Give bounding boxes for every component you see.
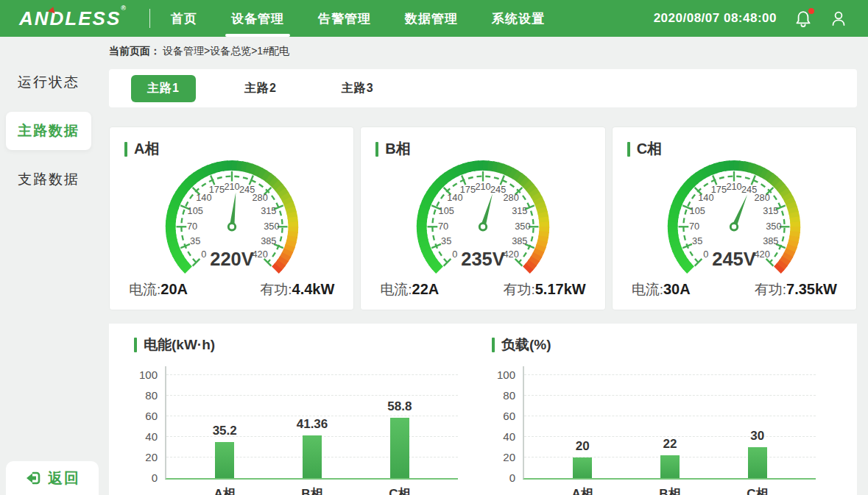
gridline xyxy=(524,416,816,416)
x-category-label: B相 xyxy=(301,485,322,495)
svg-text:35: 35 xyxy=(441,235,451,246)
svg-text:385: 385 xyxy=(512,235,527,246)
main-content: 主路1主路2主路3 A相 035701051401752102452803153… xyxy=(109,69,857,495)
tab-1[interactable]: 主路2 xyxy=(228,75,293,102)
notification-dot xyxy=(808,8,814,14)
gauge-card-row: A相 0357010514017521024528031535038542022… xyxy=(109,127,857,310)
back-button[interactable]: 返回 xyxy=(6,461,99,495)
y-tick-label: 20 xyxy=(503,452,515,463)
power-stat: 有功:7.35kW xyxy=(755,280,837,299)
bar-C相 xyxy=(748,447,767,478)
x-category-label: C相 xyxy=(389,485,410,495)
bar-value-label: 20 xyxy=(576,440,590,452)
title-accent-bar xyxy=(375,142,378,157)
svg-text:350: 350 xyxy=(766,221,782,232)
user-icon[interactable] xyxy=(830,10,847,28)
phase-gauge-0: 03570105140175210245280315350385420220V xyxy=(160,156,304,280)
phase-gauge-1: 03570105140175210245280315350385420235V xyxy=(411,156,555,280)
svg-text:0: 0 xyxy=(704,249,709,260)
svg-text:0: 0 xyxy=(201,249,206,260)
gauge-value: 220V xyxy=(210,249,253,269)
y-axis-labels: 020406080100 xyxy=(134,366,165,478)
x-category-label: C相 xyxy=(747,485,768,495)
chart-title-text: 负载(%) xyxy=(501,335,551,355)
gridline xyxy=(166,416,458,416)
notification-bell-icon[interactable] xyxy=(795,10,811,28)
svg-text:350: 350 xyxy=(264,221,279,232)
top-nav: 首页设备管理告警管理数据管理系统设置 xyxy=(171,0,545,37)
phase-stats: 电流:22A 有功:5.17kW xyxy=(361,280,604,299)
gridline xyxy=(524,374,816,375)
svg-text:105: 105 xyxy=(187,205,202,216)
y-tick-label: 100 xyxy=(497,369,515,380)
svg-text:105: 105 xyxy=(690,205,705,216)
y-tick-label: 40 xyxy=(145,431,158,442)
breadcrumb-path: 设备管理>设备总览>1#配电 xyxy=(163,45,289,58)
gauge-needle xyxy=(229,193,236,227)
power-stat: 有功:5.17kW xyxy=(503,280,585,299)
nav-item-3[interactable]: 数据管理 xyxy=(405,0,458,37)
plot-wrap: 020406080100 35.2A相41.36B相58.8C相 xyxy=(134,366,458,480)
svg-text:0: 0 xyxy=(452,249,457,260)
svg-text:210: 210 xyxy=(224,181,239,192)
sidebar-item-0[interactable]: 运行状态 xyxy=(6,63,91,102)
bar-value-label: 58.8 xyxy=(387,400,412,413)
svg-text:280: 280 xyxy=(755,193,770,204)
svg-text:175: 175 xyxy=(208,184,224,195)
phase-stats: 电流:30A 有功:7.35kW xyxy=(613,280,856,299)
chart-title: 负载(%) xyxy=(492,335,816,355)
sidebar-item-1[interactable]: 主路数据 xyxy=(6,112,91,150)
nav-item-2[interactable]: 告警管理 xyxy=(318,0,371,37)
back-arrow-icon xyxy=(24,469,42,487)
bar-B相 xyxy=(660,455,680,478)
bar-C相 xyxy=(390,418,409,478)
phase-card-1: B相 0357010514017521024528031535038542023… xyxy=(360,127,605,310)
tab-2[interactable]: 主路3 xyxy=(325,75,390,102)
tab-0[interactable]: 主路1 xyxy=(131,75,196,102)
chart-title-text: 电能(kW·h) xyxy=(144,335,215,355)
sidebar-item-2[interactable]: 支路数据 xyxy=(6,160,91,199)
brand-logo-text: ANDLESS xyxy=(19,7,121,29)
svg-text:280: 280 xyxy=(503,193,518,204)
svg-text:70: 70 xyxy=(689,221,699,232)
svg-text:70: 70 xyxy=(438,221,448,232)
nav-item-1[interactable]: 设备管理 xyxy=(231,0,284,37)
x-category-label: B相 xyxy=(659,485,680,495)
bar-A相 xyxy=(573,457,592,478)
gridline xyxy=(524,395,816,396)
svg-text:70: 70 xyxy=(187,221,197,232)
title-accent-bar xyxy=(627,142,630,157)
gauge-value: 245V xyxy=(713,249,756,269)
current-stat: 电流:20A xyxy=(129,280,188,299)
current-stat: 电流:30A xyxy=(632,280,691,299)
sidebar: 运行状态主路数据支路数据 xyxy=(0,37,97,495)
svg-text:350: 350 xyxy=(515,221,530,232)
svg-text:175: 175 xyxy=(711,184,727,195)
brand-logo[interactable]: ANDLESS® xyxy=(19,7,127,30)
chart-title: 电能(kW·h) xyxy=(134,335,458,355)
y-tick-label: 80 xyxy=(503,390,515,401)
bar-value-label: 41.36 xyxy=(297,418,328,430)
y-tick-label: 40 xyxy=(503,431,515,442)
svg-text:35: 35 xyxy=(190,235,200,246)
bar-chart-0: 电能(kW·h) 020406080100 35.2A相41.36B相58.8C… xyxy=(134,335,492,495)
bar-A相 xyxy=(215,442,234,478)
plot-area: 35.2A相41.36B相58.8C相 xyxy=(165,366,458,480)
y-tick-label: 60 xyxy=(503,410,515,421)
current-stat: 电流:22A xyxy=(380,280,439,299)
svg-text:315: 315 xyxy=(261,205,276,216)
svg-text:315: 315 xyxy=(763,205,778,216)
breadcrumb-label: 当前页面： xyxy=(109,45,160,58)
svg-text:385: 385 xyxy=(763,235,778,246)
phase-card-2: C相 0357010514017521024528031535038542024… xyxy=(612,127,857,310)
phase-gauge-2: 03570105140175210245280315350385420245V xyxy=(662,156,806,280)
bar-value-label: 35.2 xyxy=(213,424,237,437)
nav-item-0[interactable]: 首页 xyxy=(171,0,197,37)
nav-item-4[interactable]: 系统设置 xyxy=(492,0,545,37)
phase-card-title-text: C相 xyxy=(637,139,662,159)
svg-text:210: 210 xyxy=(727,181,742,192)
y-tick-label: 80 xyxy=(145,390,158,401)
y-tick-label: 0 xyxy=(152,472,158,483)
svg-text:280: 280 xyxy=(252,193,267,204)
power-stat: 有功:4.4kW xyxy=(260,280,334,299)
